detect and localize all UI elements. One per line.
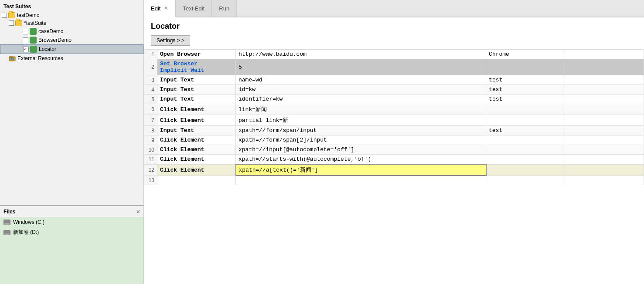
- table-row[interactable]: 2Set Browser Implicit Wait5: [144, 59, 644, 75]
- arg3-cell[interactable]: [565, 164, 644, 176]
- arg1-cell[interactable]: xpath=//input[@autocomplete='off']: [236, 145, 486, 155]
- expander-testdemo[interactable]: -: [2, 13, 7, 18]
- settings-button[interactable]: Settings > >: [151, 35, 190, 46]
- arg3-cell[interactable]: [565, 59, 644, 75]
- tree-label: testDemo: [17, 12, 39, 18]
- table-row[interactable]: 5Input Textidentifier=kwtest: [144, 95, 644, 104]
- robot-icon: [30, 37, 37, 44]
- arg1-cell[interactable]: [236, 176, 486, 185]
- arg3-cell[interactable]: [565, 126, 644, 135]
- arg2-cell[interactable]: [486, 164, 565, 176]
- checkbox-browserdemo[interactable]: [23, 37, 28, 43]
- tree-item-testsuite[interactable]: - *testSuite: [0, 19, 143, 27]
- keyword-cell[interactable]: Click Element: [157, 115, 236, 126]
- tab-textedit-label: Text Edit: [183, 5, 204, 12]
- drive-icon-c: [3, 220, 10, 225]
- tab-edit[interactable]: Edit ✕: [144, 0, 176, 17]
- expander-testsuite[interactable]: -: [9, 20, 14, 26]
- arg3-cell[interactable]: [565, 145, 644, 155]
- tree-item-external-resources[interactable]: External Resources: [0, 54, 143, 63]
- arg2-cell[interactable]: [486, 115, 565, 126]
- tree-item-casedemo[interactable]: caseDemo: [0, 27, 143, 36]
- arg2-cell[interactable]: [486, 155, 565, 165]
- tree-item-browserdemo[interactable]: BrowserDemo: [0, 36, 143, 44]
- checkbox-casedemo[interactable]: [23, 29, 28, 34]
- keyword-cell[interactable]: Click Element: [157, 145, 236, 155]
- table-row[interactable]: 13: [144, 176, 644, 185]
- keyword-table: 1Open Browserhttp://www.baidu.comChrome2…: [144, 49, 644, 185]
- arg1-cell[interactable]: xpath=//form/span[2]/input: [236, 135, 486, 145]
- arg1-cell[interactable]: xpath=//form/span/input: [236, 126, 486, 135]
- table-row[interactable]: 3Input Textname=wdtest: [144, 75, 644, 85]
- keyword-cell[interactable]: Click Element: [157, 155, 236, 165]
- arg2-cell[interactable]: test: [486, 75, 565, 85]
- close-button[interactable]: ✕: [136, 208, 140, 215]
- arg2-cell[interactable]: [486, 176, 565, 185]
- arg3-cell[interactable]: [565, 104, 644, 115]
- arg3-cell[interactable]: [565, 155, 644, 165]
- table-row[interactable]: 8Input Textxpath=//form/span/inputtest: [144, 126, 644, 135]
- tree-label: Locator: [39, 46, 56, 52]
- keyword-cell[interactable]: Input Text: [157, 126, 236, 135]
- tab-textedit[interactable]: Text Edit: [176, 0, 212, 17]
- table-row[interactable]: 4Input Textid=kwtest: [144, 85, 644, 95]
- table-row[interactable]: 11Click Elementxpath=//starts-with(@auto…: [144, 155, 644, 165]
- content-area: Locator Settings > > 1Open Browserhttp:/…: [144, 17, 644, 284]
- keyword-cell[interactable]: Input Text: [157, 85, 236, 95]
- arg2-cell[interactable]: [486, 59, 565, 75]
- keyword-cell[interactable]: Click Element: [157, 164, 236, 176]
- test-suites-section: Test Suites - testDemo - *testSuite case…: [0, 0, 143, 206]
- arg3-cell[interactable]: [565, 95, 644, 104]
- tree-item-locator[interactable]: Locator: [0, 44, 143, 54]
- arg3-cell[interactable]: [565, 115, 644, 126]
- keyword-cell[interactable]: Click Element: [157, 135, 236, 145]
- arg1-cell[interactable]: xpath=//a[text()='新闻']: [236, 164, 486, 176]
- keyword-cell[interactable]: Set Browser Implicit Wait: [157, 59, 236, 75]
- table-row[interactable]: 7Click Elementpartial link=新: [144, 115, 644, 126]
- keyword-cell[interactable]: Click Element: [157, 104, 236, 115]
- checkbox-locator[interactable]: [23, 47, 29, 52]
- arg1-cell[interactable]: xpath=//starts-with(@autocomplete,'of'): [236, 155, 486, 165]
- row-number: 13: [144, 176, 157, 185]
- table-row[interactable]: 9Click Elementxpath=//form/span[2]/input: [144, 135, 644, 145]
- arg3-cell[interactable]: [565, 50, 644, 59]
- keyword-cell[interactable]: Open Browser: [157, 50, 236, 59]
- arg1-cell[interactable]: 5: [236, 59, 486, 75]
- arg2-cell[interactable]: test: [486, 85, 565, 95]
- table-row[interactable]: 6Click Elementlink=新闻: [144, 104, 644, 115]
- row-number: 2: [144, 59, 157, 75]
- arg2-cell[interactable]: test: [486, 95, 565, 104]
- svg-rect-1: [9, 57, 12, 57]
- arg1-cell[interactable]: link=新闻: [236, 104, 486, 115]
- arg2-cell[interactable]: [486, 145, 565, 155]
- robot-icon: [30, 28, 37, 35]
- robot-icon: [30, 46, 37, 53]
- arg1-cell[interactable]: partial link=新: [236, 115, 486, 126]
- tree-item-testdemo[interactable]: - testDemo: [0, 11, 143, 19]
- arg1-cell[interactable]: http://www.baidu.com: [236, 50, 486, 59]
- tree-label: *testSuite: [24, 20, 46, 26]
- tab-edit-close[interactable]: ✕: [164, 5, 168, 11]
- arg3-cell[interactable]: [565, 85, 644, 95]
- arg2-cell[interactable]: [486, 135, 565, 145]
- file-item-c[interactable]: Windows (C:): [0, 217, 143, 227]
- arg1-cell[interactable]: id=kw: [236, 85, 486, 95]
- arg3-cell[interactable]: [565, 75, 644, 85]
- file-item-d[interactable]: 新加卷 (D:): [0, 227, 143, 238]
- row-number: 1: [144, 50, 157, 59]
- folder-icon: [8, 12, 15, 18]
- table-row[interactable]: 10Click Elementxpath=//input[@autocomple…: [144, 145, 644, 155]
- keyword-cell[interactable]: [157, 176, 236, 185]
- keyword-cell[interactable]: Input Text: [157, 75, 236, 85]
- arg2-cell[interactable]: Chrome: [486, 50, 565, 59]
- arg1-cell[interactable]: identifier=kw: [236, 95, 486, 104]
- table-row[interactable]: 12Click Elementxpath=//a[text()='新闻']: [144, 164, 644, 176]
- arg3-cell[interactable]: [565, 135, 644, 145]
- arg2-cell[interactable]: [486, 104, 565, 115]
- arg1-cell[interactable]: name=wd: [236, 75, 486, 85]
- arg2-cell[interactable]: test: [486, 126, 565, 135]
- keyword-cell[interactable]: Input Text: [157, 95, 236, 104]
- tab-run[interactable]: Run: [212, 0, 237, 17]
- arg3-cell[interactable]: [565, 176, 644, 185]
- table-row[interactable]: 1Open Browserhttp://www.baidu.comChrome: [144, 50, 644, 59]
